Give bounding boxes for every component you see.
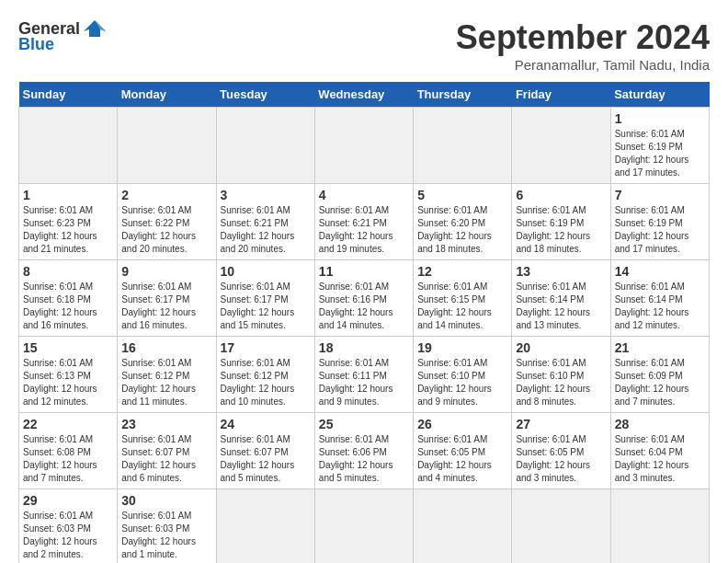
calendar-cell: 3Sunrise: 6:01 AMSunset: 6:21 PMDaylight… bbox=[216, 184, 314, 260]
logo: General Blue bbox=[18, 18, 109, 54]
calendar-cell: 12Sunrise: 6:01 AMSunset: 6:15 PMDayligh… bbox=[414, 260, 512, 337]
calendar-cell bbox=[216, 108, 314, 184]
calendar-week-row: 29Sunrise: 6:01 AMSunset: 6:03 PMDayligh… bbox=[19, 489, 710, 564]
day-info: Sunrise: 6:01 AMSunset: 6:22 PMDaylight:… bbox=[121, 205, 196, 254]
weekday-header: Monday bbox=[118, 82, 216, 108]
day-info: Sunrise: 6:01 AMSunset: 6:04 PMDaylight:… bbox=[615, 434, 689, 483]
day-info: Sunrise: 6:01 AMSunset: 6:16 PMDaylight:… bbox=[319, 282, 393, 330]
day-info: Sunrise: 6:01 AMSunset: 6:10 PMDaylight:… bbox=[516, 358, 590, 407]
calendar-cell: 1Sunrise: 6:01 AMSunset: 6:19 PMDaylight… bbox=[610, 108, 709, 184]
calendar-cell: 15Sunrise: 6:01 AMSunset: 6:13 PMDayligh… bbox=[19, 337, 118, 413]
logo-icon bbox=[82, 18, 108, 39]
day-number: 23 bbox=[121, 417, 211, 431]
day-info: Sunrise: 6:01 AMSunset: 6:03 PMDaylight:… bbox=[23, 511, 97, 559]
calendar-cell bbox=[314, 108, 413, 184]
day-info: Sunrise: 6:01 AMSunset: 6:05 PMDaylight:… bbox=[417, 434, 492, 483]
calendar-cell bbox=[414, 108, 512, 184]
day-info: Sunrise: 6:01 AMSunset: 6:07 PMDaylight:… bbox=[221, 434, 295, 483]
calendar-cell: 4Sunrise: 6:01 AMSunset: 6:21 PMDaylight… bbox=[314, 184, 413, 260]
calendar-cell bbox=[314, 489, 413, 564]
calendar-cell: 17Sunrise: 6:01 AMSunset: 6:12 PMDayligh… bbox=[216, 337, 314, 413]
calendar-week-row: 1Sunrise: 6:01 AMSunset: 6:19 PMDaylight… bbox=[19, 108, 710, 184]
weekday-header: Sunday bbox=[19, 82, 118, 108]
calendar-cell: 27Sunrise: 6:01 AMSunset: 6:05 PMDayligh… bbox=[512, 413, 610, 489]
day-info: Sunrise: 6:01 AMSunset: 6:05 PMDaylight:… bbox=[516, 434, 590, 483]
day-number: 22 bbox=[23, 417, 113, 431]
calendar-cell: 1Sunrise: 6:01 AMSunset: 6:23 PMDaylight… bbox=[19, 184, 118, 260]
day-number: 3 bbox=[221, 188, 311, 202]
day-number: 29 bbox=[23, 493, 113, 508]
day-number: 20 bbox=[516, 340, 606, 355]
weekday-header: Friday bbox=[512, 82, 610, 108]
calendar-cell: 11Sunrise: 6:01 AMSunset: 6:16 PMDayligh… bbox=[314, 260, 413, 337]
day-number: 30 bbox=[121, 493, 211, 508]
calendar-cell: 2Sunrise: 6:01 AMSunset: 6:22 PMDaylight… bbox=[118, 184, 216, 260]
day-number: 21 bbox=[615, 340, 705, 355]
day-info: Sunrise: 6:01 AMSunset: 6:19 PMDaylight:… bbox=[516, 205, 590, 254]
calendar-cell: 26Sunrise: 6:01 AMSunset: 6:05 PMDayligh… bbox=[414, 413, 512, 489]
calendar-cell bbox=[512, 108, 610, 184]
calendar-cell: 23Sunrise: 6:01 AMSunset: 6:07 PMDayligh… bbox=[118, 413, 216, 489]
day-info: Sunrise: 6:01 AMSunset: 6:06 PMDaylight:… bbox=[319, 434, 393, 483]
day-number: 24 bbox=[221, 417, 311, 431]
calendar-cell bbox=[118, 108, 216, 184]
day-number: 13 bbox=[516, 264, 606, 279]
calendar-cell: 25Sunrise: 6:01 AMSunset: 6:06 PMDayligh… bbox=[314, 413, 413, 489]
day-number: 28 bbox=[615, 417, 705, 431]
day-number: 2 bbox=[121, 188, 211, 202]
calendar-cell: 7Sunrise: 6:01 AMSunset: 6:19 PMDaylight… bbox=[610, 184, 709, 260]
day-number: 15 bbox=[23, 340, 113, 355]
day-number: 9 bbox=[121, 264, 211, 279]
day-info: Sunrise: 6:01 AMSunset: 6:08 PMDaylight:… bbox=[23, 434, 97, 483]
day-info: Sunrise: 6:01 AMSunset: 6:10 PMDaylight:… bbox=[417, 358, 492, 407]
day-info: Sunrise: 6:01 AMSunset: 6:19 PMDaylight:… bbox=[615, 205, 689, 254]
day-number: 1 bbox=[615, 111, 705, 126]
day-number: 11 bbox=[319, 264, 409, 279]
title-block: September 2024 Peranamallur, Tamil Nadu,… bbox=[456, 18, 710, 73]
calendar-cell: 28Sunrise: 6:01 AMSunset: 6:04 PMDayligh… bbox=[610, 413, 709, 489]
weekday-header: Tuesday bbox=[216, 82, 314, 108]
calendar-cell: 16Sunrise: 6:01 AMSunset: 6:12 PMDayligh… bbox=[118, 337, 216, 413]
page-header: General Blue September 2024 Peranamallur… bbox=[18, 18, 710, 73]
day-number: 10 bbox=[221, 264, 311, 279]
day-info: Sunrise: 6:01 AMSunset: 6:18 PMDaylight:… bbox=[23, 282, 97, 330]
calendar-cell: 6Sunrise: 6:01 AMSunset: 6:19 PMDaylight… bbox=[512, 184, 610, 260]
day-info: Sunrise: 6:01 AMSunset: 6:12 PMDaylight:… bbox=[221, 358, 295, 407]
calendar-cell: 19Sunrise: 6:01 AMSunset: 6:10 PMDayligh… bbox=[414, 337, 512, 413]
day-number: 4 bbox=[319, 188, 409, 202]
calendar-week-row: 8Sunrise: 6:01 AMSunset: 6:18 PMDaylight… bbox=[19, 260, 710, 337]
calendar-cell: 18Sunrise: 6:01 AMSunset: 6:11 PMDayligh… bbox=[314, 337, 413, 413]
calendar-cell: 29Sunrise: 6:01 AMSunset: 6:03 PMDayligh… bbox=[19, 489, 118, 564]
day-info: Sunrise: 6:01 AMSunset: 6:09 PMDaylight:… bbox=[615, 358, 689, 407]
calendar-cell: 14Sunrise: 6:01 AMSunset: 6:14 PMDayligh… bbox=[610, 260, 709, 337]
day-number: 1 bbox=[23, 188, 113, 202]
location-subtitle: Peranamallur, Tamil Nadu, India bbox=[456, 57, 710, 73]
header-row: SundayMondayTuesdayWednesdayThursdayFrid… bbox=[19, 82, 710, 108]
calendar-cell: 22Sunrise: 6:01 AMSunset: 6:08 PMDayligh… bbox=[19, 413, 118, 489]
day-info: Sunrise: 6:01 AMSunset: 6:17 PMDaylight:… bbox=[221, 282, 295, 330]
calendar-cell: 21Sunrise: 6:01 AMSunset: 6:09 PMDayligh… bbox=[610, 337, 709, 413]
logo-blue-text: Blue bbox=[18, 35, 54, 54]
day-info: Sunrise: 6:01 AMSunset: 6:07 PMDaylight:… bbox=[121, 434, 196, 483]
day-info: Sunrise: 6:01 AMSunset: 6:20 PMDaylight:… bbox=[417, 205, 492, 254]
day-info: Sunrise: 6:01 AMSunset: 6:23 PMDaylight:… bbox=[23, 205, 97, 254]
calendar-cell bbox=[414, 489, 512, 564]
day-info: Sunrise: 6:01 AMSunset: 6:11 PMDaylight:… bbox=[319, 358, 393, 407]
day-number: 7 bbox=[615, 188, 705, 202]
calendar-cell: 9Sunrise: 6:01 AMSunset: 6:17 PMDaylight… bbox=[118, 260, 216, 337]
calendar-week-row: 15Sunrise: 6:01 AMSunset: 6:13 PMDayligh… bbox=[19, 337, 710, 413]
month-title: September 2024 bbox=[456, 18, 710, 57]
calendar-week-row: 1Sunrise: 6:01 AMSunset: 6:23 PMDaylight… bbox=[19, 184, 710, 260]
calendar-table: SundayMondayTuesdayWednesdayThursdayFrid… bbox=[18, 82, 710, 563]
calendar-cell bbox=[610, 489, 709, 564]
day-info: Sunrise: 6:01 AMSunset: 6:21 PMDaylight:… bbox=[319, 205, 393, 254]
calendar-cell: 5Sunrise: 6:01 AMSunset: 6:20 PMDaylight… bbox=[414, 184, 512, 260]
day-info: Sunrise: 6:01 AMSunset: 6:14 PMDaylight:… bbox=[516, 282, 590, 330]
day-number: 27 bbox=[516, 417, 606, 431]
calendar-cell: 20Sunrise: 6:01 AMSunset: 6:10 PMDayligh… bbox=[512, 337, 610, 413]
day-info: Sunrise: 6:01 AMSunset: 6:21 PMDaylight:… bbox=[221, 205, 295, 254]
day-info: Sunrise: 6:01 AMSunset: 6:17 PMDaylight:… bbox=[121, 282, 196, 330]
day-info: Sunrise: 6:01 AMSunset: 6:15 PMDaylight:… bbox=[417, 282, 492, 330]
day-number: 19 bbox=[417, 340, 507, 355]
day-number: 12 bbox=[417, 264, 507, 279]
